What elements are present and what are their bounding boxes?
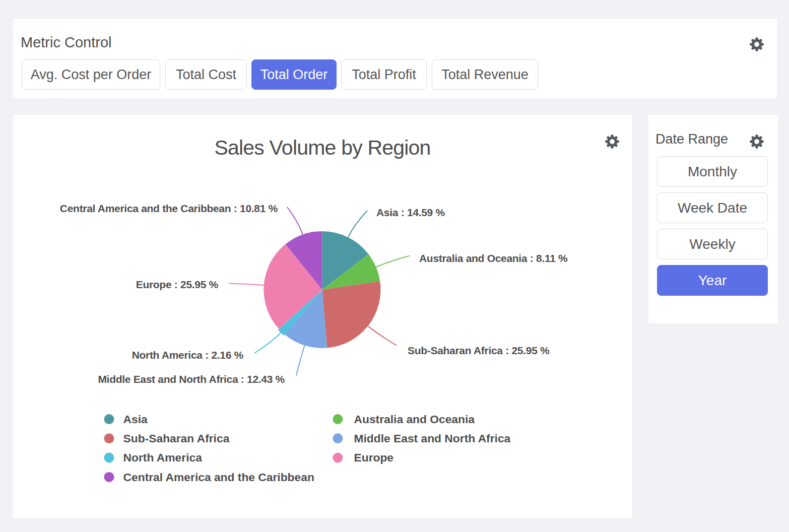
svg-text:Sub-Saharan Africa : 25.95 %: Sub-Saharan Africa : 25.95 % [408, 345, 550, 356]
svg-text:Central America and the Caribb: Central America and the Caribbean : 10.8… [60, 203, 278, 214]
svg-text:Sales Volume by Region: Sales Volume by Region [214, 136, 430, 159]
svg-text:Europe : 25.95 %: Europe : 25.95 % [136, 279, 219, 290]
svg-text:Asia : 14.59 %: Asia : 14.59 % [376, 207, 445, 218]
svg-text:North America : 2.16 %: North America : 2.16 % [132, 349, 244, 361]
svg-text:Central America and the Caribb: Central America and the Caribbean [123, 471, 314, 484]
svg-text:Australia and Oceania: Australia and Oceania [354, 413, 475, 426]
svg-text:Europe: Europe [354, 451, 394, 464]
svg-text:Australia and Oceania : 8.11 %: Australia and Oceania : 8.11 % [419, 252, 568, 264]
svg-text:Middle East and North Africa :: Middle East and North Africa : 12.43 % [98, 373, 285, 385]
svg-text:Asia: Asia [123, 413, 148, 426]
svg-text:Sub-Saharan Africa: Sub-Saharan Africa [123, 432, 230, 445]
svg-text:North America: North America [123, 451, 203, 464]
svg-text:Middle East and North Africa: Middle East and North Africa [354, 432, 511, 445]
